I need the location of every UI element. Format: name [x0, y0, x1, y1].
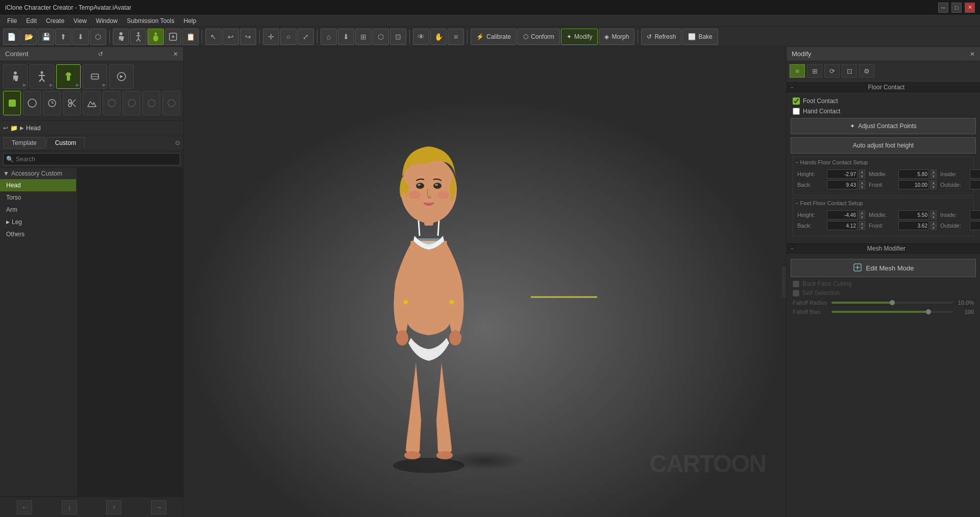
icon-mountain[interactable]: [83, 91, 101, 115]
export2-button[interactable]: ⬡: [90, 29, 106, 45]
icon-watch[interactable]: [43, 91, 61, 115]
hands-height-input[interactable]: [827, 169, 857, 179]
morph-button[interactable]: ◈ Morph: [599, 29, 634, 45]
conform-button[interactable]: ⬡ Conform: [518, 29, 560, 45]
camera3-button[interactable]: ≡: [448, 29, 464, 45]
floor-contact-collapse[interactable]: −: [791, 85, 794, 90]
minimize-button[interactable]: ─: [938, 3, 948, 13]
feet-front-up[interactable]: ▲: [930, 221, 937, 226]
rotate-button[interactable]: ○: [280, 29, 297, 45]
hands-height-down[interactable]: ▼: [859, 174, 865, 179]
icon-accessories[interactable]: ▶: [83, 64, 107, 89]
right-panel-close-icon[interactable]: ✕: [970, 51, 975, 58]
icon-circle4[interactable]: [162, 91, 180, 115]
feet-back-down[interactable]: ▼: [859, 226, 865, 230]
feet-height-up[interactable]: ▲: [859, 210, 865, 215]
feet-middle-input[interactable]: [898, 210, 929, 219]
settings-icon[interactable]: ⊙: [175, 139, 180, 146]
close-button[interactable]: ✕: [965, 3, 975, 13]
figure-button[interactable]: [113, 29, 129, 45]
back-face-culling-checkbox[interactable]: [793, 281, 799, 287]
tree-item-others[interactable]: Others: [0, 228, 76, 240]
hands-front-down[interactable]: ▼: [930, 185, 937, 189]
open-button[interactable]: 📂: [20, 29, 37, 45]
undo-button[interactable]: ↩: [223, 29, 239, 45]
thumb-back-button[interactable]: ←: [17, 500, 32, 514]
bake-button[interactable]: ⬜ Bake: [682, 29, 718, 45]
skeleton-button[interactable]: [130, 29, 146, 45]
feet-front-down[interactable]: ▼: [930, 226, 937, 230]
new-button[interactable]: 📄: [3, 29, 19, 45]
menu-create[interactable]: Create: [42, 16, 68, 26]
hands-back-up[interactable]: ▲: [859, 180, 865, 185]
view-transform-button[interactable]: ⊡: [390, 29, 406, 45]
icon-body[interactable]: [3, 91, 21, 115]
home-button[interactable]: ⌂: [321, 29, 337, 45]
foot-contact-checkbox[interactable]: [793, 97, 800, 105]
tree-item-arm[interactable]: Arm: [0, 204, 76, 216]
icon-clothing[interactable]: ▶: [56, 64, 81, 89]
hands-inside-input[interactable]: [970, 169, 980, 179]
falloff-radius-thumb[interactable]: [890, 300, 895, 305]
icon-profile[interactable]: [109, 64, 134, 89]
right-icon-refresh[interactable]: ⟳: [824, 64, 840, 78]
viewport-resize-handle[interactable]: ⋮: [782, 267, 786, 298]
feet-middle-down[interactable]: ▼: [930, 215, 937, 219]
redo-button[interactable]: ↪: [240, 29, 256, 45]
right-icon-list[interactable]: ≡: [790, 64, 805, 78]
tree-group-accessory-custom[interactable]: ▼ Accessory Custom: [0, 168, 76, 179]
tab-template[interactable]: Template: [3, 137, 45, 149]
falloff-radius-track[interactable]: [831, 302, 953, 304]
thumb-forward-button[interactable]: →: [151, 500, 166, 514]
feet-inside-input[interactable]: [970, 210, 980, 219]
tree-item-leg[interactable]: ▶ Leg: [0, 216, 76, 228]
tab-custom[interactable]: Custom: [46, 137, 85, 149]
icon-circle1[interactable]: [103, 91, 120, 115]
mesh-modifier-collapse[interactable]: −: [791, 246, 794, 252]
save-button[interactable]: 💾: [38, 29, 54, 45]
modify-button[interactable]: ✦ Modify: [561, 29, 598, 45]
right-icon-check[interactable]: ⊡: [842, 64, 857, 78]
adjust-contact-points-button[interactable]: ✦ Adjust Contact Points: [791, 118, 976, 134]
attach-button[interactable]: 📋: [182, 29, 199, 45]
view-grid-button[interactable]: ⊞: [355, 29, 372, 45]
export-button[interactable]: ⬇: [72, 29, 89, 45]
menu-view[interactable]: View: [69, 16, 91, 26]
hands-outside-input[interactable]: [970, 180, 980, 189]
feet-height-input[interactable]: [827, 210, 857, 219]
thumb-up-button[interactable]: ↑: [106, 500, 121, 514]
icon-pose[interactable]: ▶: [30, 64, 54, 89]
hands-middle-up[interactable]: ▲: [930, 169, 937, 174]
falloff-bias-thumb[interactable]: [926, 309, 931, 314]
calibrate-button[interactable]: ⚡ Calibrate: [471, 29, 517, 45]
feet-middle-up[interactable]: ▲: [930, 210, 937, 215]
content-close-icon[interactable]: ✕: [173, 51, 178, 58]
hands-middle-down[interactable]: ▼: [930, 174, 937, 179]
hands-back-down[interactable]: ▼: [859, 185, 865, 189]
morph-tool-button[interactable]: [165, 29, 181, 45]
scale-button[interactable]: ⤢: [298, 29, 314, 45]
move-button[interactable]: ✛: [263, 29, 279, 45]
edit-mesh-mode-button[interactable]: Edit Mesh Mode: [791, 259, 976, 277]
self-selection-checkbox[interactable]: [793, 290, 799, 297]
menu-edit[interactable]: Edit: [22, 16, 41, 26]
menu-help[interactable]: Help: [180, 16, 201, 26]
view-shading-button[interactable]: ⬡: [373, 29, 389, 45]
feet-outside-input[interactable]: [970, 221, 980, 230]
icon-circle2[interactable]: [122, 91, 140, 115]
hands-height-up[interactable]: ▲: [859, 169, 865, 174]
menu-window[interactable]: Window: [92, 16, 122, 26]
icon-scissors[interactable]: [63, 91, 81, 115]
menu-submission-tools[interactable]: Submission Tools: [123, 16, 179, 26]
thumb-down-button[interactable]: ↓: [62, 500, 77, 514]
feet-back-up[interactable]: ▲: [859, 221, 865, 226]
tree-item-head[interactable]: Head: [0, 179, 76, 191]
back-icon[interactable]: ↩: [3, 125, 8, 132]
right-icon-grid[interactable]: ⊞: [807, 64, 822, 78]
falloff-bias-track[interactable]: [831, 311, 953, 313]
menu-file[interactable]: File: [3, 16, 21, 26]
viewport[interactable]: CARTOON ⋮: [184, 47, 786, 517]
hand-contact-checkbox[interactable]: [793, 108, 800, 115]
auto-adjust-foot-height-button[interactable]: Auto adjust foot height: [791, 137, 976, 154]
select-button[interactable]: ↖: [205, 29, 222, 45]
